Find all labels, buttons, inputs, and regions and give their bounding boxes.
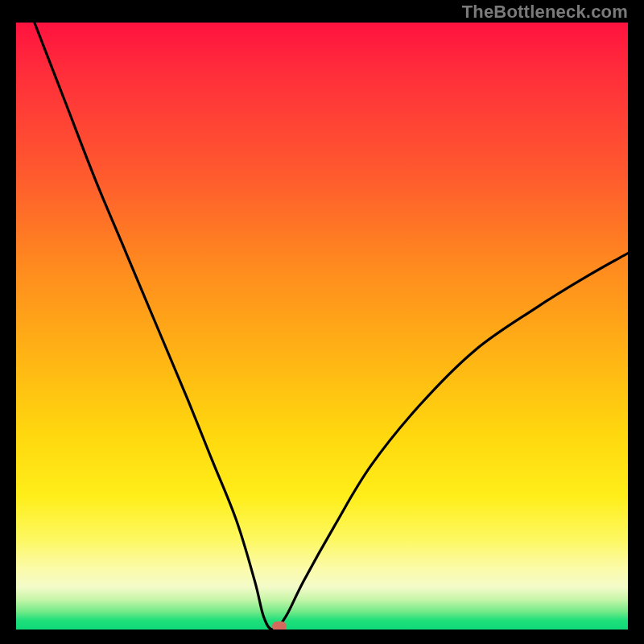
- plot-area: [16, 23, 628, 630]
- bottleneck-curve: [16, 23, 628, 630]
- watermark-text: TheBottleneck.com: [462, 2, 628, 23]
- minimum-marker: [272, 621, 287, 630]
- chart-frame: TheBottleneck.com: [0, 0, 644, 644]
